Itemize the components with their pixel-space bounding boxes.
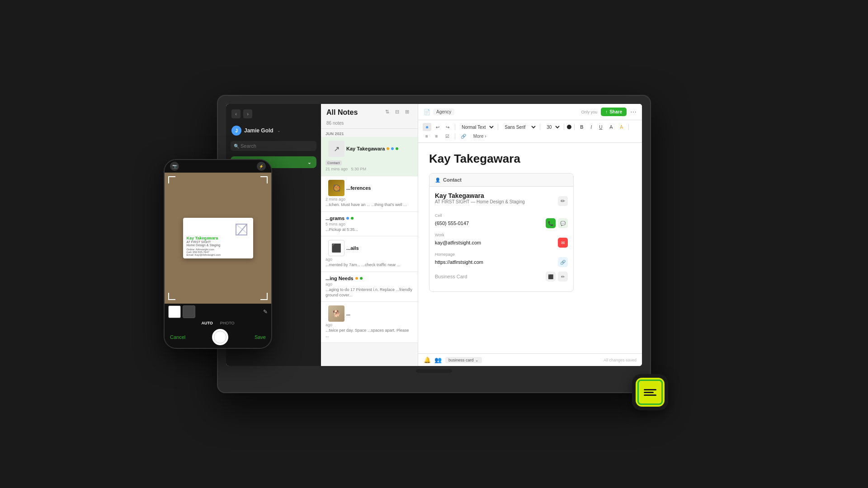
text-color-picker[interactable] bbox=[567, 125, 571, 129]
dot-green bbox=[396, 147, 398, 150]
checklist-button[interactable]: ☑ bbox=[443, 133, 452, 140]
corner-tr bbox=[260, 176, 268, 183]
scan-button[interactable]: ✏ bbox=[558, 272, 568, 282]
toolbar-sep-1 bbox=[455, 124, 455, 130]
phone-overlay: 📷 ⚡ Kay Takega bbox=[164, 159, 272, 349]
grid-icon[interactable]: ⊞ bbox=[405, 109, 412, 116]
nav-forward-button[interactable]: › bbox=[243, 109, 252, 118]
footer-tag-label: business card bbox=[448, 358, 474, 362]
undo-button[interactable]: ↩ bbox=[433, 124, 442, 131]
date-group: JUN 2021 bbox=[321, 129, 418, 137]
note-preview: ...tchen. Must have an ... ...thing that… bbox=[326, 202, 413, 208]
business-card-label: Business Card bbox=[435, 274, 467, 279]
sidebar-navigation: ‹ › bbox=[226, 109, 321, 123]
dot-yellow bbox=[355, 277, 358, 280]
note-item[interactable]: ...grams 5 mins ago ...Pickup at 5:35... bbox=[321, 212, 418, 237]
phone-thumbnail-bar: ✎ bbox=[165, 304, 271, 320]
edit-icon[interactable]: ✎ bbox=[263, 309, 268, 315]
call-button[interactable]: 📞 bbox=[546, 218, 556, 228]
notes-list-panel: All Notes ⇅ ⊟ ⊞ 86 notes JUN 2021 bbox=[321, 104, 418, 366]
bc-online: Online: Atfirstsight.com Cell: 650.555.7… bbox=[187, 248, 250, 256]
link-button[interactable]: 🔗 bbox=[458, 133, 469, 140]
phone-cancel-button[interactable]: Cancel bbox=[170, 334, 185, 340]
mode-photo[interactable]: PHOTO bbox=[220, 321, 235, 325]
shutter-button[interactable] bbox=[212, 329, 228, 345]
sync-button[interactable]: ● bbox=[423, 123, 431, 131]
user-name: Jamie Gold bbox=[244, 127, 274, 134]
bullet-list-button[interactable]: ≡ bbox=[423, 133, 431, 140]
contact-header-icon: 👤 bbox=[435, 178, 440, 183]
business-card-preview: Kay Takegawara AT FIRST SIGHT Home Desig… bbox=[183, 218, 253, 258]
sort-icon[interactable]: ⇅ bbox=[385, 109, 392, 116]
contact-name: Kay Takegawara bbox=[435, 192, 525, 199]
camera-icon[interactable]: 📷 bbox=[170, 162, 179, 171]
mode-auto[interactable]: AUTO bbox=[201, 321, 212, 325]
laptop-screen: ‹ › J Jamie Gold ⌄ 🔍 + New ⌄ bbox=[226, 104, 642, 366]
dot-green bbox=[351, 217, 354, 220]
shutter-inner bbox=[214, 331, 226, 343]
app-icon bbox=[632, 374, 668, 410]
search-input[interactable] bbox=[231, 141, 316, 151]
sms-button[interactable]: 💬 bbox=[558, 218, 568, 228]
note-name: ...ferences bbox=[346, 185, 371, 191]
note-item[interactable]: 🥘 ...ferences 2 mins ago ...tchen. Must … bbox=[321, 176, 418, 212]
edit-contact-button[interactable]: ✏ bbox=[558, 196, 568, 206]
note-name: ...ing Needs bbox=[326, 276, 354, 281]
corner-bl bbox=[168, 293, 175, 300]
ordered-list-button[interactable]: ≡ bbox=[433, 133, 441, 140]
filter-icon[interactable]: ⊟ bbox=[395, 109, 402, 116]
style-select[interactable]: Normal Text Heading 1 Heading 2 bbox=[458, 123, 495, 131]
editor-content[interactable]: Kay Takegawara 👤 Contact Kay Takegawara … bbox=[418, 143, 642, 353]
share-button[interactable]: ↑ Share bbox=[601, 108, 627, 116]
notes-list-header: All Notes ⇅ ⊟ ⊞ 86 notes bbox=[321, 104, 418, 129]
bc-logo-area bbox=[232, 221, 250, 239]
flash-icon[interactable]: ⚡ bbox=[257, 162, 266, 171]
barcode-button[interactable]: ⬛ bbox=[546, 272, 556, 282]
tag-badge-label: Agency bbox=[436, 109, 451, 114]
contact-cell-field: Cell (650) 555-0147 📞 💬 bbox=[435, 213, 568, 228]
more-options-icon[interactable]: ⋯ bbox=[630, 108, 637, 116]
note-item[interactable]: ⬛ ...ails ago ...mented by 7am... ...che… bbox=[321, 236, 418, 272]
note-item[interactable]: 🐕 ... ago ...twice per day. Space ...spa… bbox=[321, 302, 418, 343]
size-select[interactable]: 30 12 14 16 24 bbox=[543, 123, 561, 131]
dot-green bbox=[360, 277, 363, 280]
note-meta: ago bbox=[326, 323, 413, 327]
contact-org: AT FIRST SIGHT — Home Design & Staging bbox=[435, 199, 525, 204]
bell-icon[interactable]: 🔔 bbox=[424, 357, 431, 363]
homepage-button[interactable]: 🔗 bbox=[558, 257, 568, 267]
note-type-icon: 📄 bbox=[424, 109, 430, 115]
note-name: ... bbox=[346, 311, 350, 316]
nav-back-button[interactable]: ‹ bbox=[231, 109, 241, 118]
cell-value: (650) 555-0147 bbox=[435, 221, 469, 226]
thumb-1[interactable] bbox=[168, 305, 181, 318]
share-footer-icon[interactable]: 👥 bbox=[434, 357, 442, 363]
bold-button[interactable]: B bbox=[577, 124, 586, 131]
note-meta: ago bbox=[326, 257, 413, 262]
note-item[interactable]: ...ing Needs ago ...aging to-do 17 Pinte… bbox=[321, 272, 418, 302]
new-button-caret: ⌄ bbox=[307, 160, 311, 165]
highlight-button[interactable]: A bbox=[617, 124, 626, 131]
user-profile[interactable]: J Jamie Gold ⌄ bbox=[226, 123, 321, 138]
bc-company-2: Home Design & Staging bbox=[187, 244, 250, 247]
redo-button[interactable]: ↪ bbox=[443, 124, 452, 131]
editor-footer: 🔔 👥 business card ⌄ All changes saved bbox=[418, 353, 642, 366]
underline-button[interactable]: U bbox=[596, 124, 605, 131]
tag-badge[interactable]: Agency bbox=[433, 108, 454, 115]
thumb-2[interactable] bbox=[183, 305, 195, 318]
phone-save-button[interactable]: Save bbox=[255, 334, 266, 340]
strikethrough-button[interactable]: A bbox=[607, 124, 616, 131]
editor-topbar: 📄 Agency Only you ↑ Share ⋯ bbox=[418, 104, 642, 120]
note-preview: ...Pickup at 5:35... bbox=[326, 227, 413, 233]
toolbar-sep-5 bbox=[574, 124, 575, 130]
note-meta: 5 mins ago bbox=[326, 222, 413, 226]
app-icon-lines bbox=[644, 389, 656, 396]
email-button[interactable]: ✉ bbox=[558, 238, 568, 248]
italic-button[interactable]: I bbox=[588, 124, 594, 131]
note-name: Kay Takegawara bbox=[346, 146, 385, 151]
note-item[interactable]: ↗ Kay Takegawara Contact 21 mins ago 5:3… bbox=[321, 137, 418, 176]
work-label: Work bbox=[435, 233, 568, 237]
font-select[interactable]: Sans Serif Serif Monospace bbox=[501, 123, 537, 131]
more-formats-button[interactable]: More › bbox=[471, 133, 489, 140]
laptop-base bbox=[226, 366, 642, 376]
footer-tag[interactable]: business card ⌄ bbox=[445, 357, 482, 363]
